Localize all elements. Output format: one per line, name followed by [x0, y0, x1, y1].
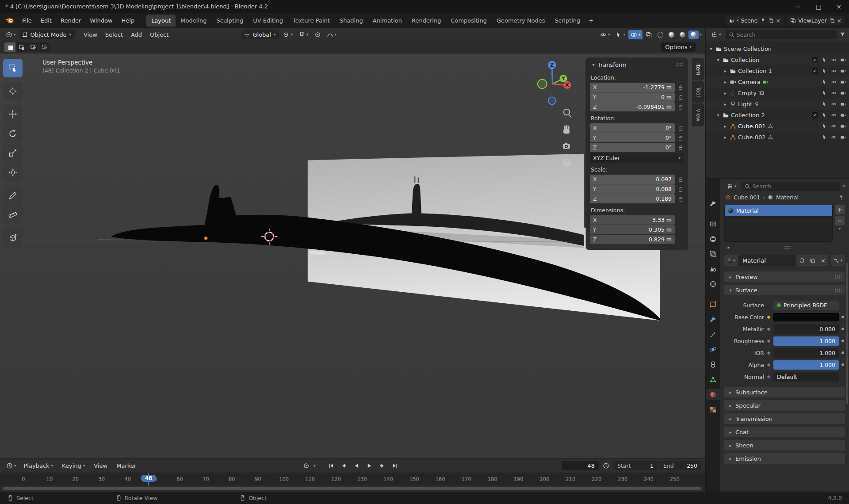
menu-edit[interactable]: Edit — [37, 15, 56, 26]
xray-toggle[interactable] — [643, 30, 654, 39]
render-camera-icon[interactable] — [840, 134, 846, 140]
lock-icon[interactable] — [677, 135, 684, 141]
render-camera-icon[interactable] — [840, 68, 846, 74]
hide-eye-icon[interactable] — [831, 90, 837, 96]
timeline-scrollbar[interactable] — [3, 487, 701, 490]
proportional-editing-toggle[interactable] — [312, 30, 323, 39]
workspace-tab-uv-editing[interactable]: UV Editing — [248, 15, 288, 27]
decorator-dot-icon[interactable] — [841, 316, 844, 318]
pivot-point-selector[interactable]: ▾ — [280, 30, 295, 39]
select-mode-subtract-button[interactable] — [27, 42, 38, 52]
panel-specular[interactable]: ▸Specular — [724, 400, 845, 411]
jump-to-start-button[interactable] — [325, 461, 337, 470]
panel-transmission[interactable]: ▸Transmission — [724, 413, 845, 424]
outliner-row-cube-001[interactable]: ▸ Cube.001 — [706, 121, 849, 132]
rotation-mode-dropdown[interactable]: XYZ Euler ▾ — [590, 153, 684, 163]
scale-y-field[interactable]: Y0.088 — [590, 184, 675, 194]
use-preview-range-toggle[interactable] — [600, 461, 612, 470]
browse-material-button[interactable]: ▾ — [724, 255, 738, 266]
hide-eye-icon[interactable] — [831, 123, 837, 129]
previous-keyframe-button[interactable] — [338, 461, 349, 470]
tool-measure[interactable] — [3, 206, 23, 224]
render-camera-icon[interactable] — [840, 123, 846, 129]
outliner-row-light[interactable]: ▸ Light — [706, 99, 849, 110]
menu-marker[interactable]: Marker — [113, 461, 140, 471]
sidebar-tab-item[interactable]: Item — [692, 58, 704, 80]
outliner-row-collection[interactable]: ▾ Collection ✓ — [706, 54, 849, 65]
tab-scene[interactable] — [706, 263, 720, 274]
lock-icon[interactable] — [677, 94, 684, 100]
decorator-dot-icon[interactable] — [841, 351, 844, 354]
outliner-row-cube-002[interactable]: ▸ Cube.002 — [706, 132, 849, 143]
outliner-editor-type-selector[interactable]: ▾ — [709, 30, 723, 39]
rotation-z-field[interactable]: Z0° — [590, 143, 675, 152]
decorator-dot-icon[interactable] — [841, 328, 844, 330]
remove-slot-button[interactable]: − — [835, 216, 845, 225]
tool-add-cube[interactable] — [3, 229, 23, 247]
material-slot-row[interactable]: Material — [725, 205, 832, 216]
menu-file[interactable]: File — [18, 15, 36, 26]
workspace-tab-texture-paint[interactable]: Texture Paint — [288, 15, 335, 27]
material-name-field[interactable]: Material — [738, 255, 796, 266]
selectable-icon[interactable] — [822, 101, 827, 107]
tool-3d-cursor[interactable] — [3, 82, 23, 100]
tab-world[interactable] — [706, 279, 720, 289]
pan-hand-icon[interactable] — [563, 125, 570, 134]
ior-field[interactable]: 1.000 — [773, 348, 839, 358]
gizmos-dropdown[interactable]: ▾ — [613, 30, 627, 39]
tool-box-select[interactable] — [3, 59, 23, 77]
roughness-slider[interactable]: 1.000 — [773, 336, 839, 346]
lock-icon[interactable] — [677, 186, 684, 192]
hide-eye-icon[interactable] — [831, 79, 837, 85]
chevron-down-icon[interactable]: ▾ — [843, 184, 845, 188]
selectable-icon[interactable] — [822, 123, 827, 129]
slot-specials-icon[interactable]: ▾ — [839, 227, 841, 231]
tab-output[interactable] — [706, 233, 720, 244]
render-camera-icon[interactable] — [840, 101, 846, 107]
tab-view-layer[interactable] — [706, 248, 720, 259]
unlink-icon[interactable]: × — [837, 17, 841, 24]
panel-preview[interactable]: ▸ Preview — [724, 271, 845, 282]
shading-wireframe-button[interactable] — [655, 31, 665, 39]
menu-view[interactable]: View — [90, 461, 111, 471]
shading-rendered-button[interactable] — [688, 31, 699, 39]
dimensions-y-field[interactable]: Y0.305 m — [590, 225, 675, 234]
tab-modifiers[interactable] — [706, 314, 720, 325]
pin-icon[interactable] — [838, 195, 844, 200]
decorator-dot-icon[interactable] — [841, 363, 844, 366]
breadcrumb-object[interactable]: Cube.001 — [734, 194, 760, 201]
tool-scale[interactable] — [3, 144, 23, 162]
unlink-material-button[interactable]: × — [818, 255, 828, 266]
add-slot-button[interactable]: + — [835, 205, 845, 214]
outliner-row-collection-1[interactable]: ▸ Collection 1 ✓ — [706, 65, 849, 76]
collection-checkbox[interactable]: ✓ — [812, 112, 818, 118]
play-reverse-button[interactable] — [351, 461, 362, 470]
workspace-tab-compositing[interactable]: Compositing — [446, 15, 492, 27]
shading-solid-button[interactable] — [666, 31, 677, 39]
gizmo-minus-y-ball[interactable] — [538, 79, 547, 88]
tab-object-data[interactable] — [706, 374, 720, 385]
render-camera-icon[interactable] — [840, 79, 846, 85]
transform-orientation-selector[interactable]: Global ▾ — [241, 30, 279, 39]
decorator-dot-icon[interactable] — [841, 340, 844, 342]
workspace-tab-modeling[interactable]: Modeling — [176, 15, 211, 27]
menu-add[interactable]: Add — [127, 30, 146, 40]
properties-scrollbar[interactable] — [846, 263, 848, 404]
collection-checkbox[interactable]: ✓ — [812, 68, 818, 74]
grip-icon[interactable] — [784, 245, 791, 249]
current-frame-badge[interactable]: 48 — [141, 475, 157, 482]
tool-annotate[interactable] — [3, 186, 23, 205]
select-mode-intersect-button[interactable] — [39, 42, 50, 52]
tab-render[interactable] — [706, 218, 720, 229]
selectable-icon[interactable] — [822, 134, 827, 140]
workspace-tab-sculpting[interactable]: Sculpting — [211, 15, 248, 27]
minimize-button[interactable]: − — [788, 0, 808, 13]
normal-field[interactable]: Default — [773, 372, 839, 382]
duplicate-icon[interactable] — [768, 18, 774, 23]
panel-emission[interactable]: ▸Emission — [724, 453, 845, 464]
menu-keying[interactable]: Keying▾ — [58, 461, 88, 471]
alpha-slider[interactable]: 1.000 — [773, 360, 839, 370]
new-material-button[interactable] — [807, 255, 818, 266]
filter-icon[interactable] — [839, 31, 846, 38]
auto-keying-toggle[interactable] — [301, 461, 312, 470]
